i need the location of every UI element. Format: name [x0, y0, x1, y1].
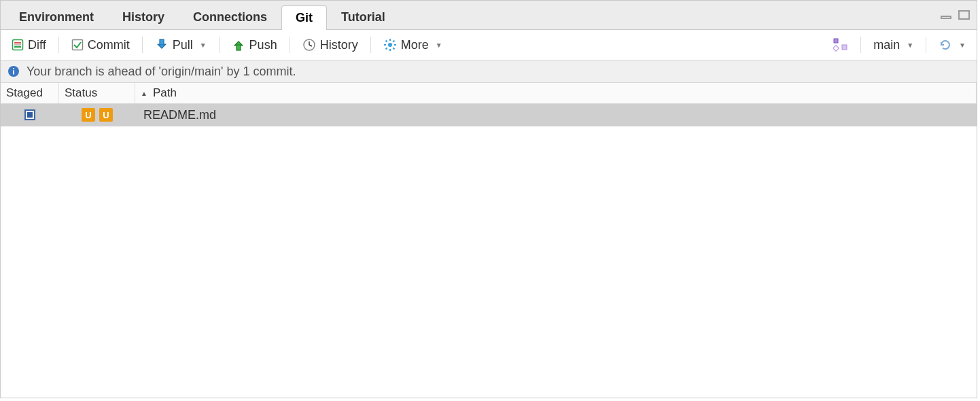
staged-checkbox[interactable] — [24, 109, 35, 120]
commit-icon — [71, 39, 84, 51]
toolbar-right: main ▼ ▼ — [828, 37, 971, 54]
svg-rect-21 — [834, 39, 838, 43]
status-badge-worktree: U — [99, 108, 113, 122]
branch-selector[interactable]: main ▼ — [868, 37, 919, 54]
cell-staged — [1, 104, 59, 126]
tab-environment[interactable]: Environment — [5, 5, 108, 29]
branch-name: main — [873, 38, 900, 52]
more-label: More — [401, 38, 429, 52]
history-label: History — [320, 38, 358, 52]
history-button[interactable]: History — [297, 37, 364, 54]
push-button[interactable]: Push — [226, 37, 283, 54]
svg-line-18 — [393, 48, 394, 49]
separator — [290, 37, 290, 53]
file-list: U U README.md — [1, 104, 977, 398]
minimize-icon[interactable] — [940, 10, 953, 20]
refresh-icon — [939, 38, 952, 52]
svg-rect-23 — [842, 45, 847, 50]
column-status[interactable]: Status — [59, 83, 135, 103]
svg-line-17 — [385, 41, 387, 42]
refresh-button[interactable]: ▼ — [933, 37, 971, 53]
column-staged[interactable]: Staged — [1, 83, 59, 103]
file-path: README.md — [143, 108, 216, 122]
git-toolbar: Diff Commit Pull ▼ — [1, 30, 977, 60]
pull-icon — [155, 38, 169, 52]
diff-icon — [12, 39, 24, 51]
separator — [219, 37, 220, 53]
svg-rect-26 — [13, 68, 14, 69]
separator — [926, 37, 926, 53]
svg-line-20 — [393, 41, 394, 42]
pull-button[interactable]: Pull ▼ — [150, 37, 212, 54]
pull-label: Pull — [173, 38, 193, 52]
gear-icon — [383, 38, 397, 52]
tab-connections[interactable]: Connections — [179, 5, 281, 29]
column-path[interactable]: ▲ Path — [135, 83, 977, 103]
tab-git[interactable]: Git — [281, 5, 327, 30]
file-list-header: Staged Status ▲ Path — [1, 83, 977, 104]
push-label: Push — [249, 38, 277, 52]
cell-status: U U — [59, 104, 135, 126]
pane-tabs: Environment History Connections Git Tuto… — [1, 1, 977, 30]
svg-point-12 — [388, 43, 392, 47]
svg-line-19 — [385, 48, 387, 49]
diff-button[interactable]: Diff — [6, 37, 52, 54]
status-badge-index: U — [82, 108, 95, 122]
branch-status-text: Your branch is ahead of 'origin/main' by… — [27, 65, 296, 79]
maximize-icon[interactable] — [958, 10, 971, 20]
checkbox-indicator — [27, 112, 33, 118]
chevron-down-icon: ▼ — [959, 41, 966, 49]
commit-button[interactable]: Commit — [66, 37, 135, 54]
cell-path: README.md — [135, 104, 977, 126]
history-icon — [302, 38, 316, 52]
more-button[interactable]: More ▼ — [378, 37, 448, 54]
svg-rect-25 — [13, 71, 14, 75]
pane-window-controls — [940, 1, 971, 29]
svg-rect-8 — [237, 45, 241, 50]
diff-label: Diff — [28, 38, 46, 52]
chevron-down-icon: ▼ — [436, 41, 442, 49]
branch-status-bar: Your branch is ahead of 'origin/main' by… — [1, 60, 977, 83]
branch-graph-button[interactable] — [828, 37, 854, 53]
info-icon — [7, 65, 20, 77]
svg-rect-0 — [941, 16, 951, 18]
chevron-down-icon: ▼ — [200, 41, 207, 49]
svg-rect-7 — [160, 39, 164, 45]
git-pane: Environment History Connections Git Tuto… — [0, 0, 977, 398]
tab-tutorial[interactable]: Tutorial — [327, 5, 400, 29]
chevron-down-icon: ▼ — [907, 41, 913, 49]
sort-asc-icon: ▲ — [141, 90, 147, 97]
separator — [860, 37, 861, 53]
branch-graph-icon — [833, 38, 848, 52]
separator — [142, 37, 143, 53]
svg-rect-1 — [959, 11, 969, 19]
separator — [370, 37, 371, 53]
svg-rect-6 — [72, 40, 82, 50]
push-icon — [232, 38, 245, 52]
svg-rect-22 — [833, 46, 839, 51]
separator — [58, 37, 59, 53]
tab-history[interactable]: History — [108, 5, 179, 29]
column-path-label: Path — [153, 86, 177, 100]
file-row[interactable]: U U README.md — [1, 104, 977, 126]
commit-label: Commit — [88, 38, 130, 52]
